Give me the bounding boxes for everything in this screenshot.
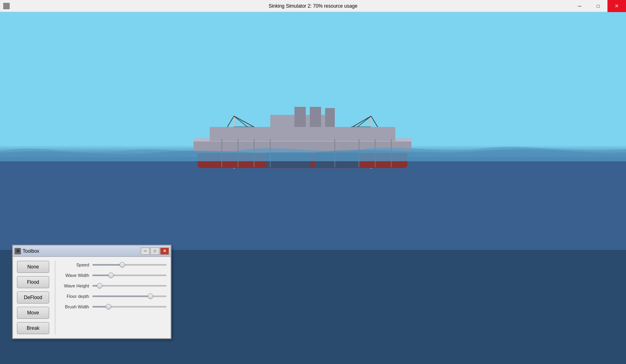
wave-height-slider-thumb[interactable] bbox=[97, 283, 102, 289]
toolbox-controls: ─ □ ✕ bbox=[141, 248, 169, 255]
vertical-divider bbox=[55, 261, 55, 334]
brush-width-slider-thumb[interactable] bbox=[106, 304, 111, 310]
svg-rect-17 bbox=[325, 108, 335, 127]
floor-depth-label: Floor depth bbox=[61, 294, 89, 299]
window-title: Sinking Simulator 2: 70% resource usage bbox=[269, 3, 357, 9]
toolbox-title: Toolbox bbox=[23, 248, 39, 254]
wave-width-slider[interactable] bbox=[92, 275, 167, 276]
wave-width-slider-thumb[interactable] bbox=[108, 272, 114, 278]
wave-height-slider-row: Wave Height bbox=[61, 283, 167, 288]
speed-slider-thumb[interactable] bbox=[119, 262, 125, 268]
svg-rect-16 bbox=[310, 107, 321, 127]
toolbox-close-button[interactable]: ✕ bbox=[160, 248, 169, 255]
deep-water bbox=[0, 157, 626, 250]
wave-height-slider[interactable] bbox=[92, 285, 167, 287]
wave-width-label: Wave Width bbox=[61, 273, 89, 278]
title-bar: Sinking Simulator 2: 70% resource usage … bbox=[0, 0, 626, 12]
sliders-panel: Speed Wave Width Wave Height bbox=[61, 261, 167, 334]
wave-overlay bbox=[0, 141, 626, 161]
toolbox-titlebar: ⚙ Toolbox ─ □ ✕ bbox=[13, 245, 171, 257]
floor-depth-slider-row: Floor depth bbox=[61, 294, 167, 299]
svg-rect-13 bbox=[210, 127, 395, 141]
floor-depth-slider[interactable] bbox=[92, 295, 167, 297]
game-area: ⚙ Toolbox ─ □ ✕ None Flood DeFlood Move … bbox=[0, 12, 626, 364]
toolbox-icon: ⚙ bbox=[15, 248, 21, 254]
tool-buttons-panel: None Flood DeFlood Move Break bbox=[17, 261, 49, 334]
wave-width-slider-row: Wave Width bbox=[61, 273, 167, 278]
tool-flood-button[interactable]: Flood bbox=[17, 276, 49, 288]
speed-slider[interactable] bbox=[92, 264, 167, 266]
speed-label: Speed bbox=[61, 262, 89, 267]
close-button[interactable]: ✕ bbox=[607, 0, 626, 12]
brush-width-label: Brush Width bbox=[61, 304, 89, 309]
tool-break-button[interactable]: Break bbox=[17, 322, 49, 334]
brush-width-slider[interactable] bbox=[92, 306, 167, 308]
window-controls: ─ □ ✕ bbox=[570, 0, 626, 12]
tool-none-button[interactable]: None bbox=[17, 261, 49, 273]
svg-rect-15 bbox=[294, 107, 306, 127]
floor-depth-slider-thumb[interactable] bbox=[148, 293, 153, 299]
title-bar-left bbox=[0, 3, 12, 9]
maximize-button[interactable]: □ bbox=[589, 0, 607, 12]
minimize-button[interactable]: ─ bbox=[570, 0, 589, 12]
toolbox-title-left: ⚙ Toolbox bbox=[15, 248, 39, 254]
app-icon bbox=[3, 3, 10, 9]
tool-move-button[interactable]: Move bbox=[17, 307, 49, 319]
brush-width-slider-row: Brush Width bbox=[61, 304, 167, 309]
wave-height-label: Wave Height bbox=[61, 283, 89, 288]
speed-slider-row: Speed bbox=[61, 262, 167, 267]
speed-slider-fill bbox=[92, 264, 122, 266]
toolbox-body: None Flood DeFlood Move Break Speed bbox=[13, 257, 171, 338]
tool-deflood-button[interactable]: DeFlood bbox=[17, 291, 49, 304]
toolbox-maximize-button[interactable]: □ bbox=[150, 248, 159, 255]
floor-depth-slider-fill bbox=[92, 295, 150, 297]
toolbox-minimize-button[interactable]: ─ bbox=[141, 248, 150, 255]
toolbox-panel: ⚙ Toolbox ─ □ ✕ None Flood DeFlood Move … bbox=[12, 245, 171, 339]
